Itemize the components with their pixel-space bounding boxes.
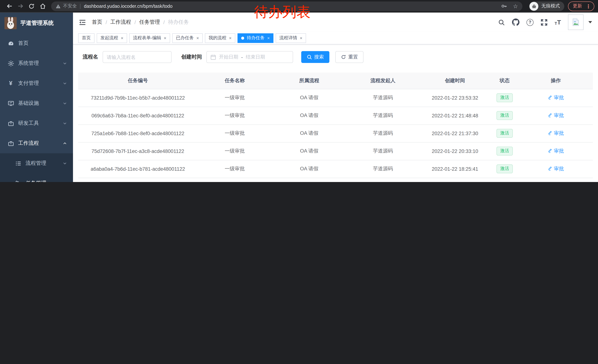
breadcrumb-item[interactable]: 首页 bbox=[92, 19, 102, 25]
cell-task-name: 一级审批 bbox=[198, 124, 272, 142]
bookmark-star-icon[interactable]: ☆ bbox=[513, 3, 518, 9]
breadcrumb-item[interactable]: 任务管理 bbox=[139, 19, 160, 25]
cell-starter: 芋道源码 bbox=[346, 142, 419, 160]
reset-button[interactable]: 重置 bbox=[335, 51, 364, 63]
tab-close-icon[interactable]: × bbox=[196, 36, 199, 40]
cell-task-id: 8f0d1619-7ac8-11ec-a9e2-a2380e71991a bbox=[78, 178, 198, 182]
cell-task-id: 069c6a63-7b8a-11ec-8ef0-acde48001122 bbox=[78, 107, 198, 124]
logo-row[interactable]: 芋道管理系统 bbox=[0, 13, 73, 33]
status-badge: 激活 bbox=[497, 164, 513, 173]
github-icon[interactable] bbox=[512, 18, 519, 26]
tab-close-icon[interactable]: × bbox=[229, 36, 232, 40]
edit-icon bbox=[548, 95, 552, 100]
tab-process-detail[interactable]: 流程详情 × bbox=[276, 33, 306, 43]
table-row: 75d72608-7b7f-11ec-a3c8-acde48001122 一级审… bbox=[78, 142, 593, 160]
logo-image bbox=[4, 17, 17, 29]
breadcrumb-item[interactable]: 工作流程 bbox=[110, 19, 131, 25]
sidebar-item-payment[interactable]: ¥ 支付管理 bbox=[0, 73, 73, 93]
approve-link[interactable]: 审批 bbox=[548, 130, 564, 137]
sidebar-item-label: 工作流程 bbox=[18, 140, 39, 147]
approve-link[interactable]: 审批 bbox=[548, 148, 564, 154]
approve-link[interactable]: 审批 bbox=[548, 94, 564, 101]
app-title: 芋道管理系统 bbox=[20, 19, 54, 26]
dashboard-icon bbox=[8, 40, 14, 47]
warning-icon bbox=[56, 4, 61, 9]
breadcrumb-separator: / bbox=[134, 19, 136, 25]
edit-icon bbox=[548, 113, 552, 118]
reload-icon[interactable] bbox=[26, 1, 37, 11]
approve-link[interactable]: 审批 bbox=[548, 166, 564, 172]
tab-close-icon[interactable]: × bbox=[164, 36, 166, 40]
browser-menu-icon[interactable]: ⋮ bbox=[586, 3, 591, 9]
sidebar-item-label: 流程管理 bbox=[25, 160, 46, 167]
col-starter: 流程发起人 bbox=[346, 73, 419, 89]
col-created: 创建时间 bbox=[419, 73, 490, 89]
tab-label: 发起流程 bbox=[100, 35, 118, 41]
col-task-name: 任务名称 bbox=[198, 73, 272, 89]
back-icon[interactable] bbox=[4, 1, 15, 11]
caret-down-icon[interactable] bbox=[588, 21, 592, 23]
tree-icon bbox=[15, 180, 22, 182]
approve-label: 审批 bbox=[554, 94, 564, 101]
tab-home[interactable]: 首页 bbox=[78, 33, 94, 43]
home-icon[interactable] bbox=[37, 1, 48, 11]
key-icon[interactable] bbox=[501, 3, 507, 9]
cell-task-name: 一级审批 bbox=[198, 160, 272, 178]
chevron-down-icon bbox=[63, 81, 67, 86]
table-row: a6aba0a4-7b6d-11ec-b781-acde48001122 一级审… bbox=[78, 160, 593, 178]
cell-created: 2022-01-21 22:43:55 bbox=[419, 178, 490, 182]
main-area: 首页 / 工作流程 / 任务管理 / 待办任务 ? bbox=[73, 13, 598, 182]
table-row: 725a1eb6-7b88-11ec-8ef0-acde48001122 一级审… bbox=[78, 124, 593, 142]
create-time-label: 创建时间 bbox=[181, 54, 202, 60]
edit-icon bbox=[548, 131, 552, 136]
status-badge: 激活 bbox=[497, 147, 513, 155]
approve-link[interactable]: 审批 bbox=[548, 112, 564, 119]
search-button[interactable]: 搜索 bbox=[301, 51, 329, 63]
chevron-down-icon bbox=[63, 121, 67, 126]
cell-starter: 芋道源码 bbox=[346, 178, 419, 182]
sidebar-item-system[interactable]: 系统管理 bbox=[0, 53, 73, 73]
sidebar-item-infra[interactable]: 基础设施 bbox=[0, 93, 73, 113]
avatar[interactable] bbox=[568, 15, 583, 30]
process-name-input[interactable] bbox=[103, 51, 172, 63]
sidebar-item-devtools[interactable]: 研发工具 bbox=[0, 113, 73, 133]
sidebar-item-process-mgmt[interactable]: 流程管理 bbox=[0, 153, 73, 173]
tab-close-icon[interactable]: × bbox=[121, 36, 123, 40]
status-badge: 激活 bbox=[497, 129, 513, 138]
start-date-placeholder: 开始日期 bbox=[219, 54, 238, 60]
tabs-bar: 首页 发起流程 × 流程表单-编辑 × 已办任务 × 我的流程 × bbox=[73, 32, 598, 44]
briefcase-icon bbox=[8, 120, 14, 126]
refresh-icon bbox=[341, 54, 346, 60]
cell-task-name: 一级审批 bbox=[198, 142, 272, 160]
fontsize-icon[interactable]: TT bbox=[555, 19, 561, 25]
briefcase-icon bbox=[8, 140, 14, 146]
date-range-picker[interactable]: 开始日期 - 结束日期 bbox=[206, 51, 293, 63]
tab-start-process[interactable]: 发起流程 × bbox=[97, 33, 127, 43]
cell-task-id: 725a1eb6-7b88-11ec-8ef0-acde48001122 bbox=[78, 124, 198, 142]
help-icon[interactable]: ? bbox=[526, 19, 533, 26]
tab-done-tasks[interactable]: 已办任务 × bbox=[172, 33, 203, 43]
tab-close-icon[interactable]: × bbox=[267, 36, 270, 40]
tab-close-icon[interactable]: × bbox=[300, 36, 302, 40]
search-icon[interactable] bbox=[498, 19, 505, 26]
sidebar-fold-icon[interactable] bbox=[79, 19, 86, 26]
sidebar-item-task-mgmt[interactable]: 任务管理 bbox=[0, 173, 73, 182]
tab-todo-tasks[interactable]: 待办任务 × bbox=[238, 33, 274, 43]
calendar-icon bbox=[210, 54, 216, 60]
status-badge: 激活 bbox=[497, 93, 513, 102]
fullscreen-icon[interactable] bbox=[540, 19, 548, 26]
chevron-down-icon bbox=[63, 101, 67, 105]
tab-my-process[interactable]: 我的流程 × bbox=[205, 33, 235, 43]
tab-process-form-edit[interactable]: 流程表单-编辑 × bbox=[129, 33, 170, 43]
filter-form: 流程名 创建时间 开始日期 - 结束日期 搜索 重置 bbox=[73, 44, 598, 68]
cell-process: OA 请假 bbox=[272, 107, 346, 124]
tab-label: 待办任务 bbox=[247, 35, 265, 41]
forward-icon[interactable] bbox=[15, 1, 26, 11]
breadcrumb-separator: / bbox=[106, 19, 107, 25]
update-button[interactable]: 更新 ⋮ bbox=[568, 1, 594, 11]
sidebar-item-home[interactable]: 首页 bbox=[0, 33, 73, 53]
tab-label: 我的流程 bbox=[208, 35, 226, 41]
cell-created: 2022-01-22 21:37:30 bbox=[419, 124, 490, 142]
breadcrumb: 首页 / 工作流程 / 任务管理 / 待办任务 bbox=[92, 19, 189, 25]
sidebar-item-workflow[interactable]: 工作流程 bbox=[0, 133, 73, 153]
